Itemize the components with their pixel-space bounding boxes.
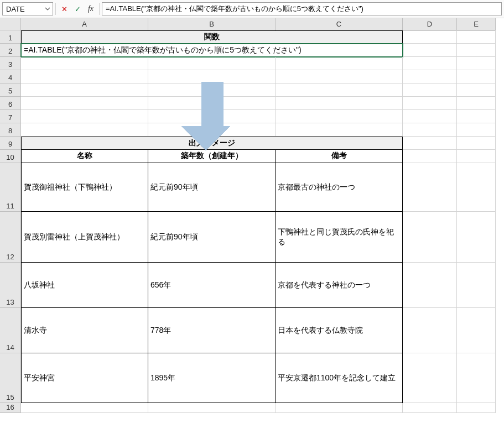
enter-button[interactable]: ✓ [72, 4, 82, 14]
row-header-12[interactable]: 12 [0, 212, 21, 263]
cell-E10[interactable] [457, 150, 496, 163]
row-header-2[interactable]: 2 [0, 44, 21, 57]
cell-D6[interactable] [403, 97, 457, 110]
cell-C16[interactable] [276, 403, 403, 413]
cell-B5[interactable] [148, 83, 276, 97]
cell-E13[interactable] [457, 263, 496, 308]
row-header-10[interactable]: 10 [0, 150, 21, 163]
cell-D1[interactable] [403, 30, 457, 44]
cell-B11[interactable]: 紀元前90年頃 [148, 163, 276, 212]
cell-E7[interactable] [457, 110, 496, 123]
cell-D15[interactable] [403, 353, 457, 403]
select-all-corner[interactable] [0, 18, 21, 30]
col-header-C[interactable]: C [276, 18, 403, 31]
cell-D4[interactable] [403, 70, 457, 83]
formula-input[interactable]: =AI.TABLE("京都の神社・仏閣で築年数が古いものから順に5つ教えてくださ… [102, 2, 502, 15]
row-header-15[interactable]: 15 [0, 353, 21, 403]
cell-D3[interactable] [403, 57, 457, 70]
cell-D12[interactable] [403, 212, 457, 263]
cell-B6[interactable] [148, 97, 276, 110]
cell-C11[interactable]: 京都最古の神社の一つ [276, 163, 403, 212]
row-header-8[interactable]: 8 [0, 123, 21, 137]
cell-B10[interactable]: 築年数（創建年） [148, 150, 276, 163]
cell-E16[interactable] [457, 403, 496, 413]
cell-B16[interactable] [148, 403, 276, 413]
cell-B12[interactable]: 紀元前90年頃 [148, 212, 276, 263]
cell-E8[interactable] [457, 123, 496, 137]
cell-B13[interactable]: 656年 [148, 263, 276, 308]
cell-E11[interactable] [457, 163, 496, 212]
cell-A12[interactable]: 賀茂別雷神社（上賀茂神社） [21, 212, 148, 263]
cell-B15[interactable]: 1895年 [148, 353, 276, 403]
cell-D7[interactable] [403, 110, 457, 123]
cell-C10[interactable]: 備考 [276, 150, 403, 163]
cell-D16[interactable] [403, 403, 457, 413]
cell-E9[interactable] [457, 137, 496, 150]
cell-A1-merged[interactable]: 関数 [21, 30, 403, 44]
cell-A7[interactable] [21, 110, 148, 123]
cell-A8[interactable] [21, 123, 148, 137]
cell-E2[interactable] [457, 44, 496, 57]
cell-A4[interactable] [21, 70, 148, 83]
cell-A6[interactable] [21, 97, 148, 110]
row-header-13[interactable]: 13 [0, 263, 21, 308]
cell-C6[interactable] [276, 97, 403, 110]
cell-E14[interactable] [457, 308, 496, 353]
col-header-E[interactable]: E [457, 18, 496, 31]
cell-B7[interactable] [148, 110, 276, 123]
row-header-9[interactable]: 9 [0, 137, 21, 150]
cell-A9-merged[interactable]: 出力イメージ [21, 137, 403, 150]
cell-D8[interactable] [403, 123, 457, 137]
row-header-7[interactable]: 7 [0, 110, 21, 123]
row-header-4[interactable]: 4 [0, 70, 21, 83]
row-header-3[interactable]: 3 [0, 57, 21, 70]
cell-D11[interactable] [403, 163, 457, 212]
cell-C13[interactable]: 京都を代表する神社の一つ [276, 263, 403, 308]
row-header-16[interactable]: 16 [0, 403, 21, 413]
cell-E4[interactable] [457, 70, 496, 83]
cell-A15[interactable]: 平安神宮 [21, 353, 148, 403]
cell-A3[interactable] [21, 57, 148, 70]
cell-D13[interactable] [403, 263, 457, 308]
cell-A14[interactable]: 清水寺 [21, 308, 148, 353]
cell-D2[interactable] [403, 44, 457, 57]
col-header-A[interactable]: A [21, 18, 148, 31]
cell-D9[interactable] [403, 137, 457, 150]
row-header-14[interactable]: 14 [0, 308, 21, 353]
cell-C7[interactable] [276, 110, 403, 123]
col-header-B[interactable]: B [148, 18, 276, 31]
cell-E6[interactable] [457, 97, 496, 110]
cell-E5[interactable] [457, 83, 496, 97]
cell-B3[interactable] [148, 57, 276, 70]
cell-C12[interactable]: 下鴨神社と同じ賀茂氏の氏神を祀る [276, 212, 403, 263]
name-box[interactable]: DATE [2, 2, 53, 15]
cell-D14[interactable] [403, 308, 457, 353]
cell-B4[interactable] [148, 70, 276, 83]
cell-A11[interactable]: 賀茂御祖神社（下鴨神社） [21, 163, 148, 212]
cell-A16[interactable] [21, 403, 148, 413]
fx-button[interactable]: fx [86, 4, 96, 14]
cell-D5[interactable] [403, 83, 457, 97]
cell-E1[interactable] [457, 30, 496, 44]
cell-E3[interactable] [457, 57, 496, 70]
cell-A2-merged[interactable]: =AI.TABLE("京都の神社・仏閣で築年数が古いものから順に5つ教えてくださ… [21, 44, 403, 57]
row-header-1[interactable]: 1 [0, 30, 21, 44]
col-header-D[interactable]: D [403, 18, 457, 31]
cell-C8[interactable] [276, 123, 403, 137]
cell-E12[interactable] [457, 212, 496, 263]
name-box-dropdown-icon[interactable] [43, 6, 53, 12]
cell-C14[interactable]: 日本を代表する仏教寺院 [276, 308, 403, 353]
cell-B14[interactable]: 778年 [148, 308, 276, 353]
cell-A5[interactable] [21, 83, 148, 97]
row-header-5[interactable]: 5 [0, 83, 21, 97]
cell-C4[interactable] [276, 70, 403, 83]
cell-A10[interactable]: 名称 [21, 150, 148, 163]
cell-D10[interactable] [403, 150, 457, 163]
cell-B8[interactable] [148, 123, 276, 137]
cell-E15[interactable] [457, 353, 496, 403]
cell-A13[interactable]: 八坂神社 [21, 263, 148, 308]
row-header-11[interactable]: 11 [0, 163, 21, 212]
cancel-button[interactable]: ✕ [59, 4, 69, 14]
cell-C3[interactable] [276, 57, 403, 70]
row-header-6[interactable]: 6 [0, 97, 21, 110]
